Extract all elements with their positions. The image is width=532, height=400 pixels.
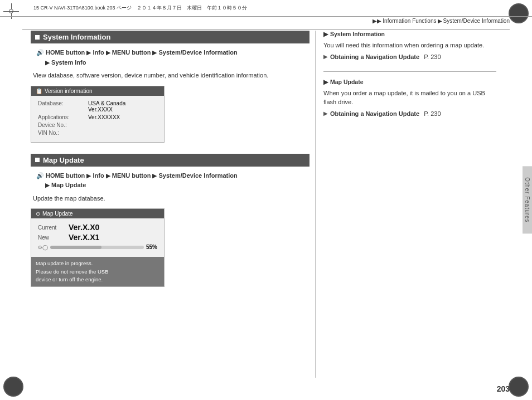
breadcrumb: ▶▶ Information Functions ▶ System/Device… [373, 18, 510, 24]
sidebar-link-page1: P. 230 [424, 53, 441, 60]
section2-title: Map Update [43, 156, 84, 164]
progress-row: ⊙◯ 55% [38, 244, 157, 250]
sidebar-header2: ▶ Map Update [323, 79, 496, 85]
nav2-sysdevice: System/Device Information [159, 172, 238, 179]
app-value: Ver.XXXXXX [88, 114, 120, 120]
section2-square-icon [35, 158, 40, 162]
right-sidebar: ▶ System Information You will need this … [323, 31, 496, 378]
nav-arrow-1: ▶ [86, 49, 93, 56]
sidebar-arrow-icon-2: ▶ [323, 79, 328, 85]
current-value: Ver.X.X0 [69, 223, 99, 232]
mapupdate-screen-icon: ⊙ [36, 211, 40, 217]
nav2-arrow-2: ▶ [106, 172, 112, 179]
file-path: 15 CR-V NAVI-31T0A8100.book 203 ページ ２０１４… [33, 4, 247, 12]
sidebar-section2: ▶ Map Update When you order a map update… [323, 79, 496, 117]
breadcrumb-item-1: Information Functions [383, 18, 436, 24]
screen-row-applications: Applications: Ver.XXXXXX [38, 114, 157, 120]
progress-icon: ⊙◯ [38, 245, 48, 250]
version-screen-title-bar: 📋 Version information [31, 86, 164, 96]
sidebar-section1: ▶ System Information You will need this … [323, 31, 496, 60]
sidebar-link2: ▶ Obtaining a Navigation Update P. 230 [323, 110, 496, 117]
section1-square-icon [35, 35, 40, 40]
nav2-mapupdate: Map Update [51, 182, 86, 188]
other-features-label: Other Features [523, 166, 532, 233]
sidebar-title1: System Information [330, 31, 385, 37]
breadcrumb-arrow: ▶▶ [373, 18, 381, 24]
sidebar-divider [323, 71, 496, 72]
phone-icon: 🔊 [36, 49, 44, 56]
screen-row-device: Device No.: [38, 122, 157, 128]
section2-description: Update the map database. [31, 194, 309, 203]
db-label: Database: [38, 100, 88, 113]
sidebar-link-page2: P. 230 [424, 110, 441, 117]
page-number: 203 [497, 384, 510, 393]
corner-decoration-bl [3, 377, 23, 397]
new-value: Ver.X.X1 [69, 233, 99, 242]
nav2-arrow-1: ▶ [86, 172, 93, 179]
nav-sysinfo: System Info [51, 59, 86, 66]
device-label: Device No.: [38, 122, 88, 128]
section2-header: Map Update [31, 154, 309, 167]
nav-home: HOME button [46, 49, 85, 56]
app-label: Applications: [38, 114, 88, 120]
sidebar-title2: Map Update [330, 79, 364, 85]
top-header: 15 CR-V NAVI-31T0A8100.book 203 ページ ２０１４… [0, 0, 532, 17]
nav2-menu: MENU button [112, 172, 151, 179]
corner-decoration-br [509, 377, 529, 397]
vertical-divider [315, 31, 316, 378]
map-current-row: Current Ver.X.X0 [38, 223, 157, 232]
nav2-arrow-3: ▶ [152, 172, 158, 179]
mapupdate-screen-mockup: ⊙ Map Update Current Ver.X.X0 New Ver.X.… [31, 208, 165, 287]
mapupdate-screen-title-bar: ⊙ Map Update [31, 209, 164, 218]
sidebar-link-icon1: ▶ [323, 53, 328, 60]
mapupdate-screen-body: Current Ver.X.X0 New Ver.X.X1 ⊙◯ 55% [31, 218, 164, 257]
sidebar-text2: When you order a map update, it is maile… [323, 89, 496, 107]
map-warning-text: Map update in progress. Please do not re… [31, 257, 164, 286]
sidebar-link-icon2: ▶ [323, 110, 328, 116]
progress-bar-fill [50, 246, 101, 249]
section1-nav-path: 🔊 HOME button ▶ Info ▶ MENU button ▶ Sys… [31, 48, 309, 67]
vin-label: VIN No.: [38, 130, 88, 136]
version-screen-title: Version information [45, 88, 93, 94]
progress-percent: 55% [146, 244, 157, 250]
nav-sysdevice: System/Device Information [159, 49, 238, 56]
nav-arrow-2: ▶ [106, 49, 112, 56]
sidebar-link1: ▶ Obtaining a Navigation Update P. 230 [323, 53, 496, 60]
nav2-arrow-4: ▶ [36, 182, 51, 188]
version-screen-icon: 📋 [36, 88, 42, 94]
breadcrumb-separator: ▶ [438, 18, 442, 24]
screen-row-database: Database: USA & CanadaVer.XXXX [38, 100, 157, 113]
section1-header: System Information [31, 31, 309, 43]
nav2-info: Info [93, 172, 104, 179]
section1-description: View database, software version, device … [31, 71, 309, 80]
sidebar-arrow-icon-1: ▶ [323, 31, 328, 37]
main-content: System Information 🔊 HOME button ▶ Info … [31, 31, 309, 378]
nav-arrow-4: ▶ [36, 59, 51, 66]
section2-nav-path: 🔊 HOME button ▶ Info ▶ MENU button ▶ Sys… [31, 171, 309, 191]
sidebar-link-text1[interactable]: Obtaining a Navigation Update [330, 53, 419, 60]
nav-info: Info [93, 49, 104, 56]
screen-row-vin: VIN No.: [38, 130, 157, 136]
header-divider [22, 29, 510, 30]
mapupdate-screen-title: Map Update [42, 211, 72, 217]
db-value: USA & CanadaVer.XXXX [88, 100, 125, 113]
progress-bar-container [50, 246, 144, 249]
phone-icon-2: 🔊 [36, 172, 44, 179]
nav-menu: MENU button [112, 49, 151, 56]
nav-arrow-3: ▶ [152, 49, 158, 56]
map-new-row: New Ver.X.X1 [38, 233, 157, 242]
nav2-home: HOME button [46, 172, 85, 179]
version-screen-mockup: 📋 Version information Database: USA & Ca… [31, 86, 165, 143]
breadcrumb-item-2: System/Device Information [443, 18, 510, 24]
current-label: Current [38, 225, 69, 231]
new-label: New [38, 235, 69, 241]
version-screen-body: Database: USA & CanadaVer.XXXX Applicati… [31, 96, 164, 142]
sidebar-link-text2[interactable]: Obtaining a Navigation Update [330, 110, 419, 117]
section1-title: System Information [43, 33, 110, 41]
sidebar-text1: You will need this information when orde… [323, 41, 496, 50]
sidebar-header1: ▶ System Information [323, 31, 496, 37]
